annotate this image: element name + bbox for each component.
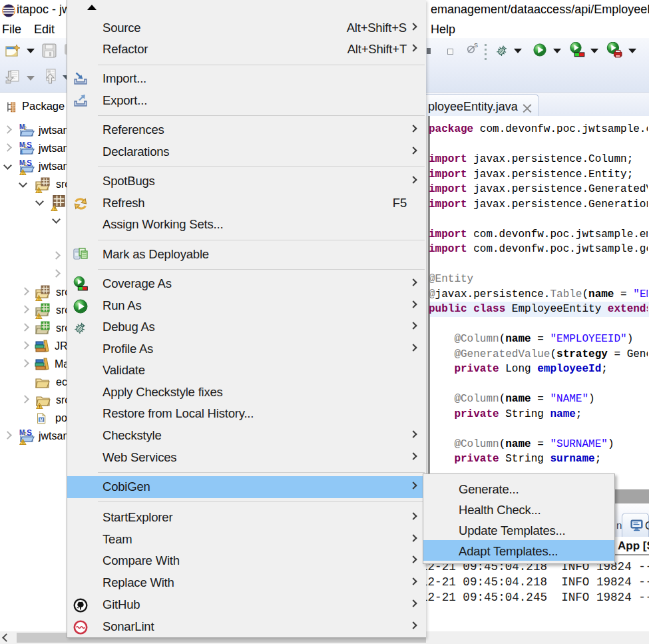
svg-text:!: ! [39,404,41,410]
svg-text:!: ! [22,440,24,446]
svg-text:S: S [27,429,32,438]
svg-text:!: ! [38,188,40,194]
svg-text:!: ! [38,314,40,320]
svg-text:2: 2 [24,126,27,131]
svg-text:1: 1 [20,149,23,156]
svg-text:S: S [27,159,32,168]
svg-text:!: ! [54,206,56,212]
svg-text:!: ! [38,296,40,302]
svg-text:S: S [474,42,478,49]
svg-text:!: ! [22,170,24,176]
svg-text:S: S [27,141,32,150]
svg-text:M: M [39,418,43,422]
